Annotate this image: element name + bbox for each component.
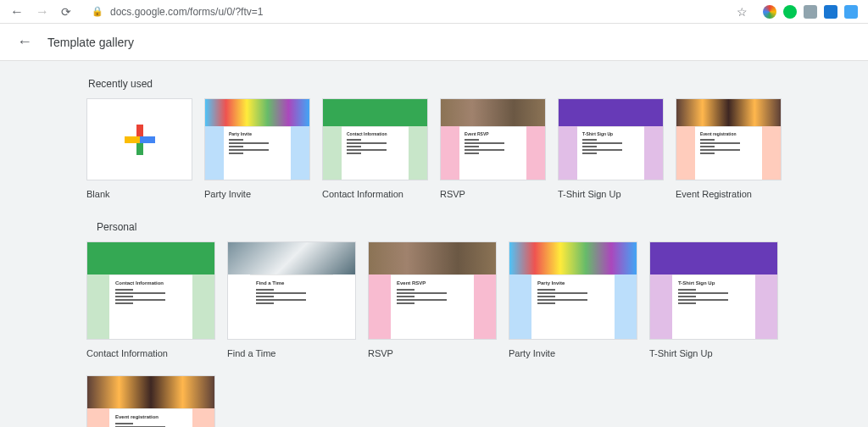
- form-preview-title: Contact Information: [347, 131, 403, 136]
- template-thumbnail: Event registration: [676, 98, 782, 180]
- template-thumbnail: Event RSVP: [440, 98, 546, 180]
- template-thumbnail: [86, 98, 192, 180]
- template-form-preview: Contact Information: [87, 274, 214, 340]
- template-card[interactable]: Event RSVPRSVP: [368, 241, 497, 358]
- form-preview-title: T-Shirt Sign Up: [582, 131, 639, 136]
- back-arrow-icon[interactable]: ←: [17, 33, 32, 51]
- template-thumbnail: Party Invite: [204, 98, 310, 180]
- template-thumbnail: Event RSVP: [368, 241, 497, 340]
- form-preview-title: Event registration: [115, 414, 186, 419]
- extension-icon-5[interactable]: [844, 5, 858, 19]
- template-thumbnail: Find a Time: [227, 241, 356, 340]
- template-form-preview: Find a Time: [228, 274, 355, 340]
- bookmark-star-icon[interactable]: ☆: [737, 5, 748, 19]
- template-card[interactable]: Event registrationEvent Registration: [676, 98, 782, 199]
- template-thumbnail: Contact Information: [86, 241, 215, 340]
- template-card[interactable]: Contact InformationContact Information: [322, 98, 428, 199]
- template-card[interactable]: T-Shirt Sign UpT-Shirt Sign Up: [558, 98, 664, 199]
- extension-icons: [763, 5, 858, 19]
- form-preview-title: Event RSVP: [465, 131, 521, 136]
- template-banner: [228, 242, 355, 274]
- template-label: RSVP: [368, 340, 497, 358]
- template-banner: [441, 99, 545, 126]
- template-banner: [87, 242, 214, 274]
- template-card[interactable]: Contact InformationContact Information: [86, 241, 215, 358]
- form-preview-title: T-Shirt Sign Up: [678, 280, 749, 286]
- template-banner: [559, 99, 663, 126]
- address-bar[interactable]: 🔒 docs.google.com/forms/u/0/?ftv=1: [83, 4, 725, 19]
- browser-toolbar: ← → ⟳ 🔒 docs.google.com/forms/u/0/?ftv=1…: [0, 0, 868, 24]
- template-label: T-Shirt Sign Up: [649, 340, 778, 358]
- template-thumbnail: Party Invite: [509, 241, 637, 340]
- template-card[interactable]: Party InviteParty Invite: [509, 241, 637, 358]
- nav-forward-icon[interactable]: →: [36, 5, 49, 19]
- form-preview-title: Event registration: [700, 131, 757, 136]
- template-form-preview: Party Invite: [509, 274, 637, 340]
- template-label: Event Registration: [676, 180, 782, 199]
- template-label: Contact Information: [86, 340, 215, 358]
- section-title-personal: Personal: [86, 216, 782, 241]
- form-preview-title: Event RSVP: [397, 280, 468, 286]
- form-preview-title: Contact Information: [115, 280, 186, 286]
- content-area: Recently used BlankParty InviteParty Inv…: [0, 61, 868, 427]
- template-thumbnail: Event registration: [86, 375, 215, 427]
- extension-icon-1[interactable]: [763, 5, 776, 19]
- template-banner: [509, 242, 637, 274]
- template-thumbnail: T-Shirt Sign Up: [558, 98, 664, 180]
- extension-icon-2[interactable]: [783, 5, 797, 19]
- template-card[interactable]: Blank: [86, 98, 192, 199]
- template-banner: [87, 376, 214, 408]
- templates-row-recent: BlankParty InviteParty InviteContact Inf…: [86, 98, 782, 199]
- template-label: Party Invite: [509, 340, 637, 358]
- page-title: Template gallery: [47, 36, 134, 49]
- template-banner: [369, 242, 496, 274]
- template-card[interactable]: Event RSVPRSVP: [440, 98, 546, 199]
- templates-row-extra: Event registration: [86, 375, 782, 427]
- template-form-preview: Event RSVP: [369, 274, 496, 340]
- template-banner: [650, 242, 777, 274]
- template-banner: [205, 99, 309, 126]
- template-form-preview: T-Shirt Sign Up: [650, 274, 777, 340]
- url-text: docs.google.com/forms/u/0/?ftv=1: [110, 6, 263, 18]
- form-preview-title: Party Invite: [229, 131, 286, 136]
- template-card[interactable]: Event registration: [86, 375, 215, 427]
- template-form-preview: Party Invite: [205, 126, 309, 180]
- template-banner: [323, 99, 427, 126]
- template-banner: [676, 99, 781, 126]
- page-header: ← Template gallery: [0, 24, 868, 61]
- template-label: RSVP: [440, 180, 546, 199]
- template-form-preview: Event RSVP: [441, 126, 545, 180]
- reload-icon[interactable]: ⟳: [61, 5, 71, 19]
- plus-icon: [125, 125, 155, 155]
- template-thumbnail: T-Shirt Sign Up: [649, 241, 778, 340]
- template-label: Find a Time: [227, 340, 356, 358]
- template-form-preview: Contact Information: [323, 126, 427, 180]
- template-card[interactable]: Find a TimeFind a Time: [227, 241, 356, 358]
- template-form-preview: Event registration: [87, 408, 214, 427]
- template-thumbnail: Contact Information: [322, 98, 428, 180]
- templates-row-personal: Contact InformationContact InformationFi…: [86, 241, 782, 358]
- section-title-recent: Recently used: [86, 73, 782, 98]
- template-label: Party Invite: [204, 180, 310, 199]
- extension-icon-3[interactable]: [804, 5, 817, 19]
- template-label: T-Shirt Sign Up: [558, 180, 664, 199]
- template-label: Contact Information: [322, 180, 428, 199]
- template-form-preview: Event registration: [676, 126, 781, 180]
- extension-icon-4[interactable]: [824, 5, 837, 19]
- nav-back-icon[interactable]: ←: [10, 5, 24, 19]
- template-form-preview: T-Shirt Sign Up: [559, 126, 663, 180]
- form-preview-title: Find a Time: [256, 280, 327, 286]
- template-label: Blank: [86, 180, 192, 199]
- lock-icon: 🔒: [92, 6, 103, 17]
- template-card[interactable]: Party InviteParty Invite: [204, 98, 310, 199]
- form-preview-title: Party Invite: [537, 280, 609, 286]
- template-card[interactable]: T-Shirt Sign UpT-Shirt Sign Up: [649, 241, 778, 358]
